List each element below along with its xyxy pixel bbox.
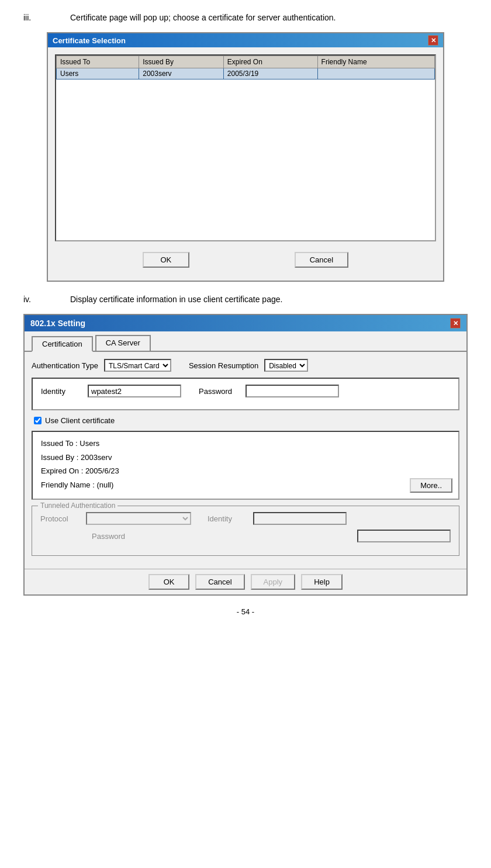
cert-friendly-name-line: Friendly Name : (null) bbox=[41, 479, 450, 491]
table-row[interactable]: Users 2003serv 2005/3/19 bbox=[57, 68, 435, 79]
tunneled-identity-input bbox=[253, 512, 347, 525]
cell-expired-on: 2005/3/19 bbox=[223, 68, 317, 79]
use-client-cert-row: Use Client certificate bbox=[32, 416, 459, 425]
use-client-cert-label: Use Client certificate bbox=[45, 416, 115, 425]
cert-expired-on-label: Expired On : bbox=[41, 466, 83, 475]
tunneled-identity-label: Identity bbox=[208, 514, 248, 523]
tabs-row: Certification CA Server bbox=[25, 331, 466, 352]
auth-session-row: Authentication Type TLS/Smart Card Sessi… bbox=[32, 359, 459, 372]
col-issued-to: Issued To bbox=[57, 56, 139, 68]
instruction-num-iv: iv. bbox=[23, 293, 70, 306]
session-label: Session Resumption bbox=[189, 361, 258, 370]
page-footer: - 54 - bbox=[23, 607, 468, 616]
cert-issued-by-value: 2003serv bbox=[81, 453, 112, 462]
tunneled-protocol-select bbox=[86, 512, 191, 525]
cert-ok-button[interactable]: OK bbox=[143, 252, 189, 268]
cert-issued-by-line: Issued By : 2003serv bbox=[41, 452, 450, 464]
cert-cancel-button[interactable]: Cancel bbox=[295, 252, 348, 268]
tunneled-auth-group: Tunneled Authentication Protocol Identit… bbox=[32, 506, 459, 556]
tunneled-auth-legend: Tunneled Authentication bbox=[38, 502, 117, 510]
setting-cancel-button[interactable]: Cancel bbox=[195, 574, 244, 590]
more-button[interactable]: More.. bbox=[410, 478, 452, 493]
page-number: - 54 - bbox=[237, 607, 254, 616]
setting-dialog-titlebar: 802.1x Setting ✕ bbox=[25, 315, 466, 331]
cert-info-box: Issued To : Users Issued By : 2003serv E… bbox=[32, 431, 459, 500]
instruction-iv: iv. Display certificate information in u… bbox=[23, 293, 468, 306]
tunneled-password-label: Password bbox=[92, 532, 133, 541]
password-label: Password bbox=[199, 387, 240, 396]
auth-type-select[interactable]: TLS/Smart Card bbox=[104, 359, 171, 372]
tunneled-protocol-label: Protocol bbox=[40, 514, 81, 523]
instruction-num-iii: iii. bbox=[23, 12, 70, 24]
identity-input[interactable] bbox=[88, 385, 181, 397]
cell-issued-by: 2003serv bbox=[139, 68, 224, 79]
cert-issued-to-value: Users bbox=[79, 439, 99, 448]
cert-friendly-name-value: (null) bbox=[96, 480, 113, 489]
tunneled-protocol-row: Protocol Identity bbox=[40, 512, 451, 525]
cert-table-header-row: Issued To Issued By Expired On Friendly … bbox=[57, 56, 435, 68]
cert-dialog-buttons: OK Cancel bbox=[55, 246, 436, 274]
cert-expired-on-value: 2005/6/23 bbox=[85, 466, 119, 475]
setting-dialog-wrapper: 802.1x Setting ✕ Certification CA Server… bbox=[23, 314, 468, 596]
tunneled-password-input bbox=[357, 530, 451, 542]
col-expired-on: Expired On bbox=[223, 56, 317, 68]
cert-table-container: Issued To Issued By Expired On Friendly … bbox=[55, 54, 436, 241]
identity-password-box: Identity Password bbox=[32, 378, 459, 410]
tunneled-password-row: Password bbox=[40, 530, 451, 542]
cert-issued-to-line: Issued To : Users bbox=[41, 438, 450, 449]
cert-expired-on-line: Expired On : 2005/6/23 bbox=[41, 465, 450, 477]
instruction-text-iii: Certificate page will pop up; choose a c… bbox=[70, 12, 336, 24]
instruction-text-iv: Display certificate information in use c… bbox=[70, 293, 282, 306]
password-input[interactable] bbox=[246, 385, 339, 397]
cert-issued-to-label: Issued To : bbox=[41, 439, 78, 448]
cert-dialog-close-button[interactable]: ✕ bbox=[428, 35, 438, 46]
cert-issued-by-label: Issued By : bbox=[41, 453, 78, 462]
cert-friendly-name-label: Friendly Name : bbox=[41, 480, 95, 489]
cell-friendly-name bbox=[317, 68, 434, 79]
setting-buttons: OK Cancel Apply Help bbox=[25, 569, 466, 594]
col-issued-by: Issued By bbox=[139, 56, 224, 68]
auth-type-label: Authentication Type bbox=[32, 361, 98, 370]
instruction-iii: iii. Certificate page will pop up; choos… bbox=[23, 12, 468, 24]
cert-dialog-title: Certificate Selection bbox=[53, 36, 126, 45]
setting-ok-button[interactable]: OK bbox=[148, 574, 189, 590]
setting-help-button[interactable]: Help bbox=[301, 574, 343, 590]
cell-issued-to: Users bbox=[57, 68, 139, 79]
cert-selection-dialog: Certificate Selection ✕ Issued To Issued… bbox=[47, 32, 444, 282]
identity-password-row: Identity Password bbox=[41, 385, 450, 397]
setting-apply-button[interactable]: Apply bbox=[251, 574, 296, 590]
setting-dialog: 802.1x Setting ✕ Certification CA Server… bbox=[23, 314, 468, 596]
tab-certification[interactable]: Certification bbox=[32, 336, 93, 352]
session-select[interactable]: Disabled bbox=[264, 359, 308, 372]
cert-table: Issued To Issued By Expired On Friendly … bbox=[56, 56, 435, 79]
cert-dialog-wrapper: Certificate Selection ✕ Issued To Issued… bbox=[23, 32, 468, 282]
identity-label: Identity bbox=[41, 387, 82, 396]
col-friendly-name: Friendly Name bbox=[317, 56, 434, 68]
setting-dialog-title: 802.1x Setting bbox=[30, 319, 85, 328]
setting-body: Authentication Type TLS/Smart Card Sessi… bbox=[25, 352, 466, 569]
cert-dialog-titlebar: Certificate Selection ✕ bbox=[48, 33, 443, 47]
setting-dialog-close-button[interactable]: ✕ bbox=[450, 318, 461, 328]
tab-ca-server[interactable]: CA Server bbox=[95, 335, 151, 351]
use-client-cert-checkbox[interactable] bbox=[34, 417, 42, 424]
cert-dialog-body: Issued To Issued By Expired On Friendly … bbox=[48, 47, 443, 281]
